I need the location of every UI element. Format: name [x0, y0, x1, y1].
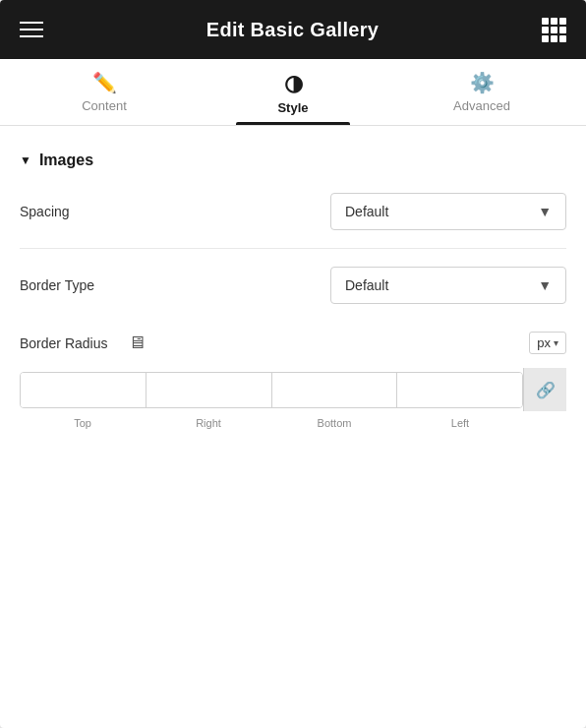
radius-right-label: Right: [146, 415, 271, 431]
radius-left-label: Left: [397, 415, 523, 431]
panel: Edit Basic Gallery ✏️ Content ◑ Style ⚙️…: [0, 0, 586, 728]
page-title: Edit Basic Gallery: [206, 19, 379, 41]
monitor-icon[interactable]: 🖥: [128, 333, 146, 353]
images-section-header[interactable]: ▼ Images: [0, 136, 586, 179]
border-type-field-row: Border Type Default ▼: [0, 253, 586, 318]
border-type-label: Border Type: [20, 277, 118, 293]
content-area: ▼ Images Spacing Default ▼ Border Type D…: [0, 126, 586, 456]
spacing-control: Default ▼: [134, 193, 566, 230]
spacing-select[interactable]: Default ▼: [330, 193, 566, 230]
spacing-dropdown-arrow: ▼: [538, 204, 552, 219]
spacing-label: Spacing: [20, 204, 118, 219]
images-section-title: Images: [39, 152, 93, 169]
header: Edit Basic Gallery: [0, 0, 586, 59]
radius-inputs-row: 🔗: [20, 368, 566, 411]
tabs-bar: ✏️ Content ◑ Style ⚙️ Advanced: [0, 59, 586, 126]
style-icon: ◑: [284, 73, 303, 94]
advanced-icon: ⚙️: [470, 73, 495, 92]
section-collapse-arrow: ▼: [20, 153, 31, 167]
border-type-control: Default ▼: [134, 267, 566, 304]
tab-advanced-label: Advanced: [453, 98, 510, 113]
spacing-field-row: Spacing Default ▼: [0, 179, 586, 244]
radius-top-wrap: [21, 373, 146, 407]
radius-left-input[interactable]: [397, 373, 522, 407]
px-unit-value: px: [537, 335, 551, 350]
content-icon: ✏️: [92, 73, 117, 92]
px-chevron-icon: ▾: [554, 337, 558, 348]
radius-bottom-input[interactable]: [272, 373, 397, 407]
link-values-button[interactable]: 🔗: [523, 368, 566, 411]
radius-top-label: Top: [20, 415, 146, 431]
px-unit-selector[interactable]: px ▾: [529, 332, 566, 354]
spacing-value: Default: [345, 204, 388, 219]
radius-top-input[interactable]: [21, 373, 146, 407]
radius-link-spacer: [523, 415, 566, 431]
tab-style[interactable]: ◑ Style: [199, 59, 387, 125]
border-type-value: Default: [345, 277, 388, 293]
border-radius-row: Border Radius 🖥 px ▾: [0, 318, 586, 437]
border-radius-inputs: [20, 372, 523, 408]
border-type-dropdown-arrow: ▼: [538, 277, 552, 293]
radius-bottom-label: Bottom: [271, 415, 397, 431]
border-radius-label: Border Radius: [20, 335, 118, 351]
divider-1: [20, 248, 566, 249]
border-radius-header: Border Radius 🖥 px ▾: [20, 332, 566, 354]
radius-right-wrap: [146, 373, 272, 407]
radius-left-wrap: [397, 373, 522, 407]
tab-content[interactable]: ✏️ Content: [10, 59, 199, 125]
border-radius-left: Border Radius 🖥: [20, 333, 146, 353]
tab-content-label: Content: [82, 98, 127, 113]
grid-apps-icon[interactable]: [542, 18, 566, 42]
border-type-select[interactable]: Default ▼: [330, 267, 566, 304]
link-icon: 🔗: [536, 381, 556, 399]
radius-bottom-wrap: [272, 373, 398, 407]
radius-right-input[interactable]: [146, 373, 271, 407]
hamburger-menu-icon[interactable]: [20, 22, 43, 37]
tab-advanced[interactable]: ⚙️ Advanced: [387, 59, 576, 125]
radius-labels-row: Top Right Bottom Left: [20, 415, 566, 431]
tab-style-label: Style: [277, 100, 308, 115]
